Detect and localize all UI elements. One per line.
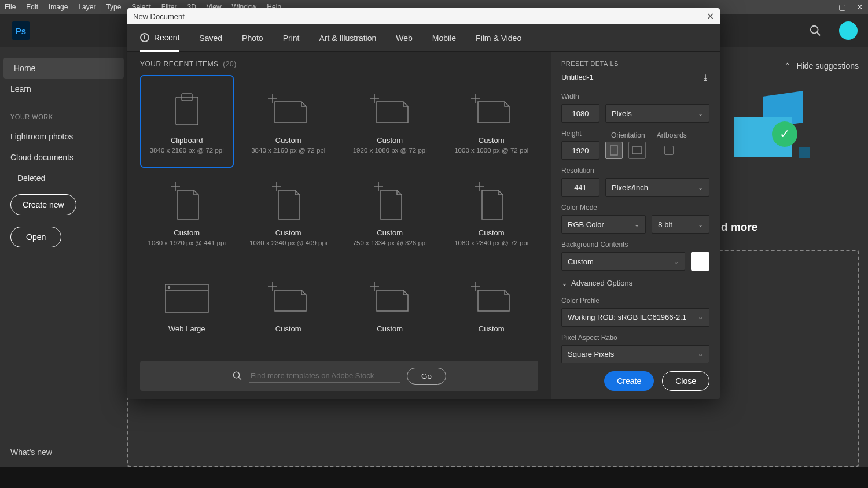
preset-details-heading: PRESET DETAILS: [561, 60, 709, 67]
sidebar-item-learn[interactable]: Learn: [0, 79, 127, 99]
preset-card[interactable]: Clipboard3840 x 2160 px @ 72 ppi: [140, 75, 234, 168]
preset-meta: 750 x 1334 px @ 326 ppi: [353, 239, 427, 246]
orientation-portrait-button[interactable]: [605, 142, 623, 159]
height-label: Height: [561, 130, 599, 138]
pixel-aspect-select[interactable]: Square Pixels⌄: [561, 345, 709, 364]
background-swatch[interactable]: [691, 252, 709, 271]
color-profile-select[interactable]: Working RGB: sRGB IEC61966-2.1⌄: [561, 308, 709, 327]
close-icon[interactable]: ✕: [856, 2, 863, 12]
preset-meta: 1920 x 1080 px @ 72 ppi: [353, 147, 427, 154]
minimize-icon[interactable]: —: [820, 2, 828, 12]
menu-layer[interactable]: Layer: [78, 3, 95, 11]
svg-rect-18: [165, 284, 208, 312]
artboards-label: Artboards: [657, 131, 687, 139]
unit-select[interactable]: Pixels⌄: [605, 104, 709, 123]
menu-type[interactable]: Type: [106, 3, 121, 11]
open-button[interactable]: Open: [10, 227, 61, 247]
doc-land-icon: [268, 278, 308, 319]
tab-photo[interactable]: Photo: [242, 25, 263, 51]
bit-depth-select[interactable]: 8 bit⌄: [652, 215, 709, 234]
stock-search-bar: Go: [140, 361, 538, 391]
svg-point-27: [233, 372, 240, 378]
menu-edit[interactable]: Edit: [26, 3, 38, 11]
maximize-icon[interactable]: ▢: [838, 2, 846, 12]
preset-name: Custom: [377, 136, 403, 145]
doc-land-icon: [370, 90, 410, 130]
new-document-dialog: New Document ✕ Recent Saved Photo Print …: [127, 8, 720, 399]
preset-card[interactable]: Custom750 x 1334 px @ 326 ppi: [343, 168, 437, 260]
preset-card[interactable]: Web Large: [140, 260, 234, 353]
preset-name: Custom: [174, 228, 200, 237]
preset-card[interactable]: Custom1000 x 1000 px @ 72 ppi: [445, 75, 539, 168]
preset-details-panel: PRESET DETAILS Untitled-1 ⭳ Width Pixels…: [551, 52, 720, 363]
preset-card[interactable]: Custom1920 x 1080 px @ 72 ppi: [343, 75, 437, 168]
preset-card[interactable]: Custom3840 x 2160 px @ 72 ppi: [242, 75, 336, 168]
preset-meta: 1000 x 1000 px @ 72 ppi: [454, 147, 528, 154]
tab-film[interactable]: Film & Video: [476, 25, 521, 51]
tab-print[interactable]: Print: [283, 25, 300, 51]
chevron-up-icon: ⌃: [784, 61, 791, 71]
svg-point-0: [811, 26, 818, 34]
resolution-input[interactable]: [561, 178, 599, 197]
menu-image[interactable]: Image: [49, 3, 68, 11]
resolution-label: Resolution: [561, 167, 709, 175]
preset-card[interactable]: Custom1080 x 2340 px @ 409 ppi: [242, 168, 336, 260]
close-button[interactable]: Close: [662, 371, 709, 391]
ps-logo-icon: Ps: [12, 21, 30, 40]
tab-recent[interactable]: Recent: [140, 25, 179, 52]
preset-name-input[interactable]: Untitled-1: [561, 73, 594, 82]
preset-meta: 3840 x 2160 px @ 72 ppi: [150, 147, 224, 154]
preset-card[interactable]: Custom1080 x 1920 px @ 441 ppi: [140, 168, 234, 260]
save-preset-icon[interactable]: ⭳: [702, 73, 709, 82]
svg-point-20: [168, 286, 170, 288]
preset-card[interactable]: Custom: [343, 260, 437, 353]
preset-card[interactable]: Custom: [242, 260, 336, 353]
tab-mobile[interactable]: Mobile: [432, 25, 456, 51]
preset-card[interactable]: Custom: [445, 260, 539, 353]
sidebar-item-deleted[interactable]: Deleted: [0, 168, 127, 188]
preset-name: Custom: [377, 324, 403, 333]
preset-name: Custom: [377, 228, 403, 237]
dialog-close-icon[interactable]: ✕: [707, 11, 714, 22]
preset-name: Custom: [275, 228, 301, 237]
sidebar-item-lightroom[interactable]: Lightroom photos: [0, 126, 127, 147]
resolution-unit-select[interactable]: Pixels/Inch⌄: [605, 178, 709, 197]
height-input[interactable]: [561, 141, 599, 160]
width-input[interactable]: [561, 104, 599, 123]
search-icon: [232, 371, 242, 381]
preset-name: Custom: [479, 228, 505, 237]
menu-file[interactable]: File: [5, 3, 16, 11]
doc-port-icon: [171, 182, 203, 223]
orientation-landscape-button[interactable]: [628, 142, 646, 159]
whats-new-link[interactable]: What's new: [0, 437, 127, 467]
preset-card[interactable]: Custom1080 x 2340 px @ 72 ppi: [445, 168, 539, 260]
create-new-button[interactable]: Create new: [10, 194, 76, 215]
create-button[interactable]: Create: [604, 371, 654, 391]
tab-saved[interactable]: Saved: [199, 25, 222, 51]
dialog-tabs: Recent Saved Photo Print Art & Illustrat…: [127, 24, 720, 52]
preset-meta: 1080 x 2340 px @ 409 ppi: [249, 239, 327, 246]
sidebar-item-cloud[interactable]: Cloud documents: [0, 147, 127, 168]
sidebar-item-home[interactable]: Home: [3, 58, 124, 79]
app-footer: [0, 467, 868, 488]
stock-search-input[interactable]: [249, 369, 400, 383]
dialog-footer: Create Close: [551, 363, 720, 399]
search-icon[interactable]: [809, 24, 822, 37]
artboards-checkbox[interactable]: [664, 146, 674, 155]
avatar[interactable]: [839, 21, 858, 40]
background-select[interactable]: Custom⌄: [561, 252, 685, 271]
advanced-options-toggle[interactable]: ⌄Advanced Options: [561, 279, 709, 287]
hide-suggestions-button[interactable]: ⌃ Hide suggestions: [784, 61, 859, 71]
tab-web[interactable]: Web: [396, 25, 413, 51]
doc-port-icon: [475, 182, 507, 223]
recent-items-label: YOUR RECENT ITEMS: [140, 60, 219, 68]
stock-go-button[interactable]: Go: [407, 368, 446, 385]
dialog-title: New Document: [133, 12, 185, 21]
tab-art[interactable]: Art & Illustration: [319, 25, 376, 51]
svg-line-1: [817, 32, 821, 36]
clock-icon: [140, 33, 149, 42]
browser-icon: [164, 278, 209, 319]
preset-name: Custom: [479, 136, 505, 145]
color-mode-select[interactable]: RGB Color⌄: [561, 215, 646, 234]
preset-name: Custom: [479, 324, 505, 333]
